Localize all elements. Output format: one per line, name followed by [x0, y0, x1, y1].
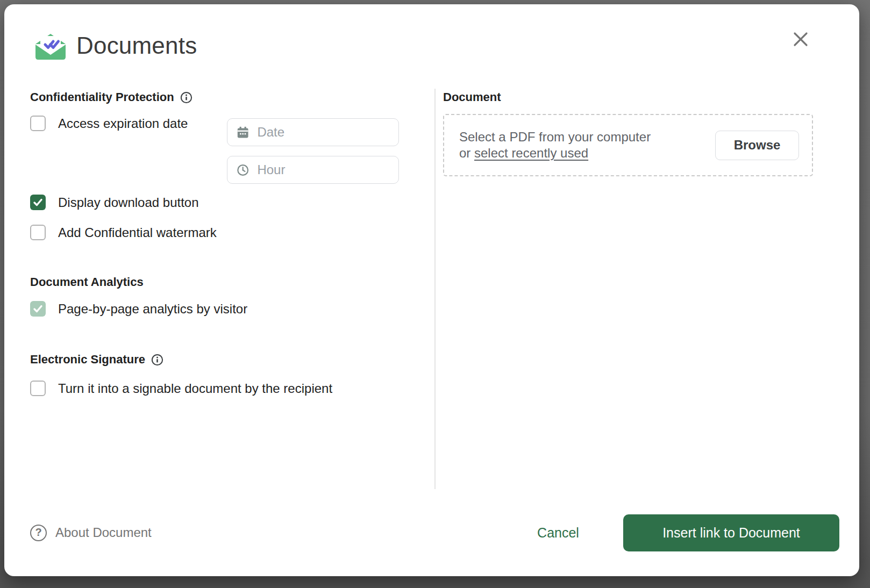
- date-input[interactable]: [257, 125, 391, 140]
- column-divider: [434, 89, 436, 489]
- browse-button[interactable]: Browse: [715, 131, 799, 160]
- watermark-label: Add Confidential watermark: [58, 225, 217, 240]
- help-glyph: ?: [35, 526, 41, 539]
- download-row: Display download button: [30, 195, 199, 210]
- download-label: Display download button: [58, 195, 199, 210]
- page-analytics-row: Page-by-page analytics by visitor: [30, 301, 247, 317]
- signature-heading: Electronic Signature: [30, 353, 163, 367]
- expiration-row: Access expiration date: [30, 116, 188, 131]
- documents-app-logo-icon: [33, 30, 68, 61]
- clock-icon: [237, 163, 249, 177]
- confidentiality-heading-label: Confidentiality Protection: [30, 90, 174, 104]
- hour-input[interactable]: [257, 162, 391, 177]
- dropzone-text: Select a PDF from your computer or selec…: [459, 129, 651, 161]
- documents-dialog: Documents Confidentiality Protection Acc…: [4, 4, 859, 576]
- signature-heading-label: Electronic Signature: [30, 353, 145, 367]
- help-icon: ?: [30, 525, 47, 541]
- analytics-heading-label: Document Analytics: [30, 275, 144, 289]
- signable-checkbox[interactable]: [30, 381, 46, 396]
- info-icon[interactable]: [180, 91, 192, 104]
- signable-label: Turn it into a signable document by the …: [58, 381, 332, 396]
- page-analytics-checkbox: [30, 301, 46, 317]
- expiration-checkbox[interactable]: [30, 116, 46, 131]
- watermark-row: Add Confidential watermark: [30, 225, 217, 240]
- pdf-dropzone[interactable]: Select a PDF from your computer or selec…: [443, 114, 813, 176]
- insert-link-button[interactable]: Insert link to Document: [623, 514, 839, 551]
- info-icon[interactable]: [151, 354, 163, 366]
- recently-used-link[interactable]: select recently used: [474, 146, 588, 160]
- date-field[interactable]: [227, 118, 399, 146]
- hour-field[interactable]: [227, 156, 399, 184]
- document-heading-label: Document: [443, 90, 501, 104]
- about-label: About Document: [55, 525, 152, 540]
- calendar-icon: [237, 125, 249, 140]
- signable-row: Turn it into a signable document by the …: [30, 381, 332, 396]
- cancel-button[interactable]: Cancel: [510, 520, 607, 546]
- watermark-checkbox[interactable]: [30, 225, 46, 240]
- dialog-title: Documents: [76, 32, 197, 59]
- analytics-heading: Document Analytics: [30, 275, 144, 289]
- expiration-label: Access expiration date: [58, 116, 188, 131]
- dropzone-line1: Select a PDF from your computer: [459, 130, 651, 144]
- download-checkbox[interactable]: [30, 195, 46, 210]
- close-icon[interactable]: [788, 27, 813, 52]
- confidentiality-heading: Confidentiality Protection: [30, 90, 192, 104]
- document-heading: Document: [443, 90, 501, 104]
- dropzone-or: or: [459, 146, 474, 160]
- page-analytics-label: Page-by-page analytics by visitor: [58, 302, 247, 317]
- about-document-link[interactable]: ? About Document: [30, 520, 152, 546]
